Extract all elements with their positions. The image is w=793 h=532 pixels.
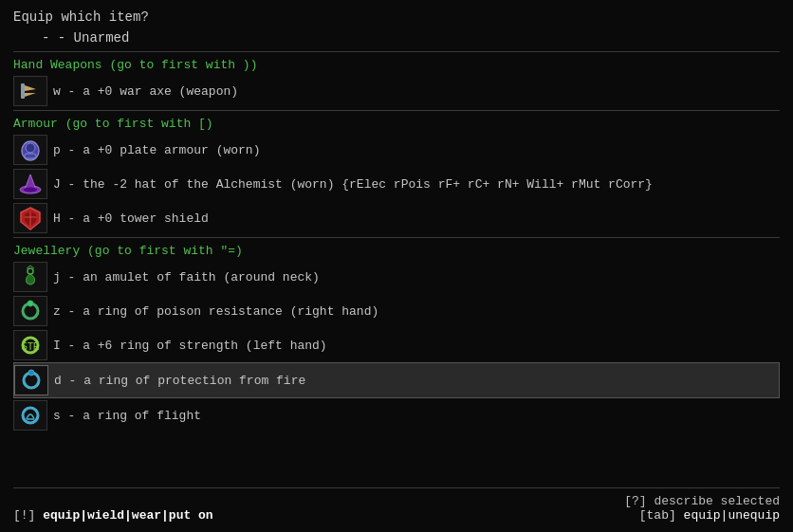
go-to-hand-weapons: (go to first with )): [109, 58, 257, 72]
item-hat-alchemist[interactable]: J - the -2 hat of the Alchemist (worn) {…: [13, 167, 780, 201]
item-ring-flight[interactable]: s - a ring of flight: [13, 398, 780, 432]
go-to-jewellery: (go to first with "=): [87, 244, 243, 258]
unarmed-option[interactable]: - - Unarmed: [13, 30, 780, 46]
item-label-ring-fire: d - a ring of protection from fire: [54, 374, 305, 388]
item-label-plate-armour: p - a +0 plate armour (worn): [53, 143, 260, 157]
footer-left-cmd: equip|wield|wear|put on: [43, 508, 212, 523]
item-icon-ring-flight: [13, 400, 47, 431]
item-icon-ring-strength: STR: [13, 330, 47, 360]
item-icon-ring-fire: [14, 365, 48, 395]
item-ring-poison[interactable]: z - a ring of poison resistance (right h…: [13, 294, 780, 328]
footer-right: [?] describe selected [tab] equip|unequi…: [624, 494, 780, 523]
footer-left-bracket: [!]: [13, 508, 35, 523]
item-plate-armour[interactable]: p - a +0 plate armour (worn): [13, 133, 780, 167]
item-icon-hat-alchemist: [13, 169, 47, 199]
svg-point-8: [24, 188, 37, 193]
svg-point-13: [28, 268, 33, 274]
category-name-hand-weapons: Hand Weapons: [13, 58, 102, 72]
category-armour: Armour (go to first with [): [13, 113, 780, 133]
item-icon-ring-poison: [13, 296, 47, 326]
item-ring-fire[interactable]: d - a ring of protection from fire: [13, 362, 780, 398]
item-icon-tower-shield: [13, 203, 47, 233]
footer-left: [!] equip|wield|wear|put on: [13, 508, 213, 523]
category-name-jewellery: Jewellery: [13, 244, 80, 258]
item-label-ring-poison: z - a ring of poison resistance (right h…: [53, 304, 378, 319]
main-container: Equip which item? - - Unarmed Hand Weapo…: [0, 0, 793, 532]
category-name-armour: Armour: [13, 117, 58, 131]
divider-top: [13, 51, 780, 52]
item-war-axe[interactable]: w - a +0 war axe (weapon): [13, 74, 780, 108]
item-label-ring-flight: s - a ring of flight: [53, 409, 201, 423]
title: Equip which item?: [13, 9, 780, 25]
item-icon-amulet-faith: [13, 262, 47, 292]
svg-marker-1: [25, 85, 36, 91]
svg-text:STR: STR: [22, 341, 40, 352]
footer-right-bracket: [tab]: [639, 508, 676, 523]
item-icon-plate-armour: [13, 135, 47, 165]
svg-point-21: [28, 370, 34, 376]
item-label-ring-strength: I - a +6 ring of strength (left hand): [53, 339, 327, 353]
item-label-war-axe: w - a +0 war axe (weapon): [53, 84, 238, 99]
svg-point-17: [28, 301, 33, 306]
svg-marker-2: [25, 93, 36, 97]
svg-point-22: [23, 408, 38, 423]
item-ring-strength[interactable]: STR I - a +6 ring of strength (left hand…: [13, 328, 780, 362]
svg-rect-5: [25, 154, 36, 158]
item-tower-shield[interactable]: H - a +0 tower shield: [13, 201, 780, 235]
svg-rect-0: [21, 83, 25, 99]
category-jewellery: Jewellery (go to first with "=): [13, 240, 780, 260]
footer: [!] equip|wield|wear|put on [?] describe…: [13, 487, 780, 523]
item-label-hat-alchemist: J - the -2 hat of the Alchemist (worn) {…: [53, 177, 653, 192]
go-to-armour: (go to first with [): [65, 117, 213, 131]
item-label-amulet-faith: j - an amulet of faith (around neck): [53, 270, 320, 284]
footer-right-cmd: equip|unequip: [684, 508, 780, 523]
category-hand-weapons: Hand Weapons (go to first with )): [13, 54, 780, 74]
divider-armour: [13, 110, 780, 111]
item-amulet-faith[interactable]: j - an amulet of faith (around neck): [13, 260, 780, 294]
footer-describe: [?] describe selected: [624, 494, 780, 508]
divider-jewellery: [13, 237, 780, 238]
svg-point-4: [26, 143, 35, 153]
item-label-tower-shield: H - a +0 tower shield: [53, 211, 209, 226]
item-icon-war-axe: [13, 76, 47, 106]
